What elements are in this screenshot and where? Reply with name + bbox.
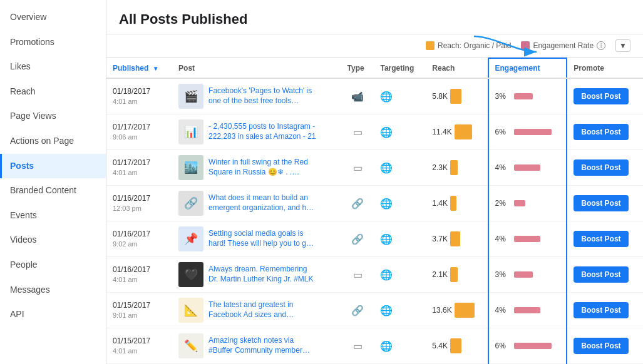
sidebar-item-videos[interactable]: Videos [0,228,106,253]
reach-value: 2.3K [432,163,448,172]
engagement-percent: 2% [495,199,510,208]
sidebar-item-overview[interactable]: Overview [0,5,106,30]
sidebar-item-api[interactable]: API [0,302,106,327]
cell-type-0: 📹 [341,78,374,114]
sidebar-item-actions-on-page[interactable]: Actions on Page [0,129,106,154]
reach-bar [450,89,461,104]
col-published[interactable]: Published ▼ [106,58,172,78]
cell-post-0: 🎬 Facebook's 'Pages to Watch' is one of … [172,78,341,114]
cell-post-6: 📐 The latest and greatest in Facebook Ad… [172,293,341,328]
cell-date-1: 01/17/20179:06 am [106,114,172,150]
cell-date-7: 01/15/20174:01 am [106,328,172,364]
sidebar-item-events[interactable]: Events [0,203,106,228]
globe-icon: 🌐 [380,341,393,351]
cell-promote-1: Boost Post [567,114,643,150]
cell-date-5: 01/16/20174:01 am [106,257,172,293]
cell-type-6: 🔗 [341,293,374,328]
cell-promote-2: Boost Post [567,150,643,186]
cell-targeting-6: 🌐 [374,293,426,328]
boost-post-button[interactable]: Boost Post [574,266,628,283]
reach-bar [455,303,475,318]
cell-reach-5: 2.1K [426,257,488,293]
boost-post-button[interactable]: Boost Post [574,338,628,354]
type-icon: ▭ [347,162,368,174]
page-header: All Posts Published [106,0,643,34]
sidebar-item-page-views[interactable]: Page Views [0,104,106,129]
reach-value: 11.4K [432,128,451,136]
globe-icon: 🌐 [380,91,393,102]
engagement-percent: 4% [495,235,510,243]
sidebar-item-messages[interactable]: Messages [0,278,106,303]
sidebar-item-branded-content[interactable]: Branded Content [0,178,106,203]
reach-bar [450,160,458,175]
sidebar-item-posts[interactable]: Posts [0,154,106,179]
engagement-percent: 6% [495,128,510,136]
engagement-info-icon[interactable]: i [597,41,605,50]
globe-icon: 🌐 [380,270,393,280]
post-text[interactable]: Setting social media goals is hard! Thes… [208,229,316,248]
sidebar-item-promotions[interactable]: Promotions [0,30,106,55]
cell-targeting-0: 🌐 [374,78,426,114]
reach-bar [450,196,456,211]
cell-type-2: ▭ [341,150,374,186]
main-content: All Posts Published Reach: Organic / Pai… [106,0,643,364]
type-icon: 🔗 [347,233,368,245]
post-thumbnail: 🖤 [178,262,203,287]
sidebar-item-people[interactable]: People [0,253,106,278]
legend-dropdown-button[interactable]: ▼ [615,39,630,52]
cell-reach-2: 2.3K [426,150,488,186]
cell-reach-3: 1.4K [426,186,488,221]
cell-type-3: 🔗 [341,186,374,221]
cell-date-6: 01/15/20179:01 am [106,293,172,328]
globe-icon: 🌐 [380,198,393,209]
post-text[interactable]: Amazing sketch notes via #Buffer Communi… [208,336,316,355]
cell-engagement-5: 3% [488,257,567,293]
boost-post-button[interactable]: Boost Post [574,88,628,104]
cell-type-4: 🔗 [341,221,374,257]
table-row: 01/16/201712:03 pm 🔗 What does it mean t… [106,186,643,221]
cell-date-3: 01/16/201712:03 pm [106,186,172,221]
cell-post-3: 🔗 What does it mean to build an emergent… [172,186,341,221]
cell-post-2: 🏙️ Winter in full swing at the Red Squar… [172,150,341,186]
cell-reach-4: 3.7K [426,221,488,257]
cell-reach-0: 5.8K [426,78,488,114]
type-icon: ▭ [347,340,368,352]
boost-post-button[interactable]: Boost Post [574,124,628,140]
boost-post-button[interactable]: Boost Post [574,231,628,247]
cell-promote-0: Boost Post [567,78,643,114]
sidebar-item-likes[interactable]: Likes [0,54,106,79]
reach-value: 13.6K [432,306,451,315]
cell-promote-3: Boost Post [567,186,643,221]
post-text[interactable]: What does it mean to build an emergent o… [208,193,316,213]
table-body: 01/18/20174:01 am 🎬 Facebook's 'Pages to… [106,78,643,364]
reach-bar [450,231,460,246]
engagement-bar [514,236,540,242]
table-row: 01/17/20174:01 am 🏙️ Winter in full swin… [106,150,643,186]
cell-promote-7: Boost Post [567,328,643,364]
boost-post-button[interactable]: Boost Post [574,302,628,318]
post-thumbnail: 🎬 [178,84,203,109]
post-text[interactable]: Winter in full swing at the Red Square i… [208,158,316,177]
engagement-percent: 4% [495,163,510,172]
sidebar-item-reach[interactable]: Reach [0,79,106,104]
table-row: 01/16/20179:02 am 📌 Setting social media… [106,221,643,257]
reach-bar [455,124,472,139]
cell-reach-1: 11.4K [426,114,488,150]
table-row: 01/15/20174:01 am ✏️ Amazing sketch note… [106,328,643,364]
organic-swatch [426,41,435,50]
post-text[interactable]: - 2,430,555 posts to Instagram - 222,283… [208,122,316,141]
type-icon: ▭ [347,126,368,138]
cell-engagement-6: 4% [488,293,567,328]
post-text[interactable]: Facebook's 'Pages to Watch' is one of th… [208,86,316,106]
engagement-bar [514,164,540,171]
post-text[interactable]: The latest and greatest in Facebook Ad s… [208,300,316,320]
boost-post-button[interactable]: Boost Post [574,159,628,176]
post-thumbnail: 🔗 [178,191,203,216]
engagement-percent: 4% [495,306,510,315]
cell-post-1: 📊 - 2,430,555 posts to Instagram - 222,2… [172,114,341,150]
reach-value: 5.4K [432,341,448,350]
cell-engagement-7: 6% [488,328,567,364]
boost-post-button[interactable]: Boost Post [574,195,628,211]
post-text[interactable]: Always dream. Remembering Dr. Martin Lut… [208,265,316,284]
reach-bar [450,338,461,353]
